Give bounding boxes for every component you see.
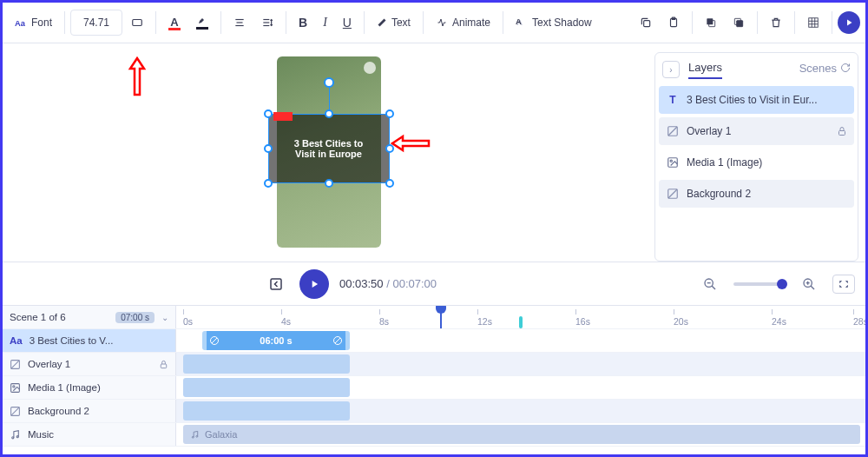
resize-handle[interactable] <box>264 109 273 118</box>
resize-handle[interactable] <box>385 109 394 118</box>
zoom-in-button[interactable] <box>796 271 822 297</box>
italic-button[interactable]: I <box>316 9 334 36</box>
layer-label: Overlay 1 <box>687 125 731 137</box>
svg-rect-29 <box>271 279 281 289</box>
clip-background2[interactable] <box>183 401 350 421</box>
layer-label: 3 Best Cities to Visit in Eur... <box>687 94 818 106</box>
svg-line-38 <box>212 338 217 343</box>
phone-badge-icon <box>364 62 376 74</box>
timeline-marker[interactable] <box>519 316 523 328</box>
play-button[interactable] <box>299 269 329 299</box>
svg-line-23 <box>668 127 678 136</box>
lock-icon <box>159 360 168 369</box>
overlay-icon <box>666 124 680 138</box>
grid-button[interactable] <box>800 9 826 36</box>
layer-label: Background 2 <box>687 188 751 200</box>
svg-line-47 <box>11 407 20 415</box>
track-overlay1[interactable] <box>176 353 865 375</box>
layer-item-overlay1[interactable]: Overlay 1 <box>659 117 854 145</box>
bring-forward-button[interactable] <box>698 9 724 36</box>
track-label-overlay1[interactable]: Overlay 1 <box>3 353 176 375</box>
align-button[interactable] <box>227 9 253 36</box>
resize-handle[interactable] <box>264 144 273 153</box>
timeline-ruler[interactable]: 0s 4s 8s 12s 16s 20s 24s 28s <box>176 306 865 328</box>
preview-play-button[interactable] <box>838 11 860 34</box>
fit-button[interactable] <box>832 275 855 294</box>
svg-point-50 <box>192 436 194 438</box>
svg-point-51 <box>196 435 198 437</box>
zoom-slider[interactable] <box>733 282 786 286</box>
delete-button[interactable] <box>763 9 789 36</box>
track-media1[interactable] <box>176 376 865 399</box>
linespacing-button[interactable] <box>254 9 280 36</box>
clip-text[interactable]: 06:00 s <box>202 331 350 350</box>
text-line-2: Visit in Europe <box>295 149 362 159</box>
annotation-arrow-left <box>391 134 431 153</box>
tab-layers[interactable]: Layers <box>688 61 722 79</box>
zoom-out-button[interactable] <box>697 271 723 297</box>
svg-point-26 <box>670 160 672 162</box>
track-background2[interactable] <box>176 400 865 422</box>
resize-handle[interactable] <box>325 109 333 118</box>
font-label: Font <box>31 17 52 29</box>
layer-label: Media 1 (Image) <box>687 156 762 169</box>
text-line-1: 3 Best Cities to <box>294 138 363 149</box>
track-label-background2[interactable]: Background 2 <box>3 400 176 422</box>
resize-handle[interactable] <box>264 179 273 188</box>
layer-item-text[interactable]: T 3 Best Cities to Visit in Eur... <box>659 86 854 114</box>
text-icon: T <box>666 93 680 107</box>
resize-handle[interactable] <box>385 179 394 188</box>
paste-button[interactable] <box>661 9 687 36</box>
text-shadow-button[interactable]: AAText Shadow <box>509 9 599 36</box>
svg-rect-13 <box>707 18 713 24</box>
clip-overlay1[interactable] <box>183 354 350 374</box>
playback-time: 00:03:50 / 00:07:00 <box>339 277 437 290</box>
annotation-arrow-up <box>128 56 147 96</box>
fade-in-icon <box>207 331 222 350</box>
svg-line-34 <box>811 286 814 289</box>
resize-handle[interactable] <box>325 179 333 188</box>
copy-button[interactable] <box>633 9 659 36</box>
timeline: Scene 1 of 6 07:00 s ⌄ 0s 4s 8s 12s 16s … <box>3 305 865 457</box>
text-color-button[interactable]: A <box>161 9 187 36</box>
clip-media1[interactable] <box>183 378 350 397</box>
playhead[interactable] <box>440 306 442 328</box>
layer-item-background2[interactable]: Background 2 <box>659 180 854 208</box>
autosize-button[interactable] <box>124 9 150 36</box>
animate-button[interactable]: Animate <box>429 9 497 36</box>
svg-point-48 <box>12 436 14 438</box>
font-size-input[interactable]: 74.71 <box>70 10 122 36</box>
svg-line-42 <box>11 360 20 368</box>
svg-rect-17 <box>809 18 819 28</box>
canvas-area[interactable]: 3 Best Cities to Visit in Europe <box>3 43 654 262</box>
collapse-panel-button[interactable]: › <box>662 61 680 78</box>
tab-scenes[interactable]: Scenes <box>799 62 851 78</box>
font-button[interactable]: Aa Font <box>8 9 59 36</box>
selected-textbox[interactable]: 3 Best Cities to Visit in Europe <box>268 114 390 183</box>
bold-button[interactable]: B <box>292 9 314 36</box>
clip-music[interactable]: Galaxia <box>183 425 860 444</box>
svg-rect-10 <box>644 21 650 27</box>
send-backward-button[interactable] <box>726 9 752 36</box>
image-icon <box>666 156 680 169</box>
toolbar: Aa Font 74.71 A B I U Text Animate AATex… <box>3 3 865 43</box>
track-text[interactable]: 06:00 s <box>176 329 865 352</box>
svg-rect-1 <box>133 20 142 26</box>
track-label-text[interactable]: Aa 3 Best Cities to V... <box>3 329 176 352</box>
svg-text:Aa: Aa <box>15 19 26 28</box>
track-label-media1[interactable]: Media 1 (Image) <box>3 376 176 399</box>
fade-out-icon <box>330 331 345 350</box>
step-back-button[interactable] <box>263 271 289 297</box>
svg-point-49 <box>16 435 18 437</box>
rotate-handle[interactable] <box>324 77 334 88</box>
layer-item-media1[interactable]: Media 1 (Image) <box>659 149 854 176</box>
lock-icon <box>837 126 847 136</box>
track-music[interactable]: Galaxia <box>176 423 865 446</box>
layers-panel: › Layers Scenes T 3 Best Cities to Visit… <box>654 52 858 262</box>
highlight-button[interactable] <box>189 9 215 36</box>
edit-text-button[interactable]: Text <box>370 9 418 36</box>
svg-point-45 <box>13 385 15 387</box>
underline-button[interactable]: U <box>336 9 358 36</box>
track-label-music[interactable]: Music <box>3 423 176 446</box>
scene-header[interactable]: Scene 1 of 6 07:00 s ⌄ <box>3 306 176 328</box>
